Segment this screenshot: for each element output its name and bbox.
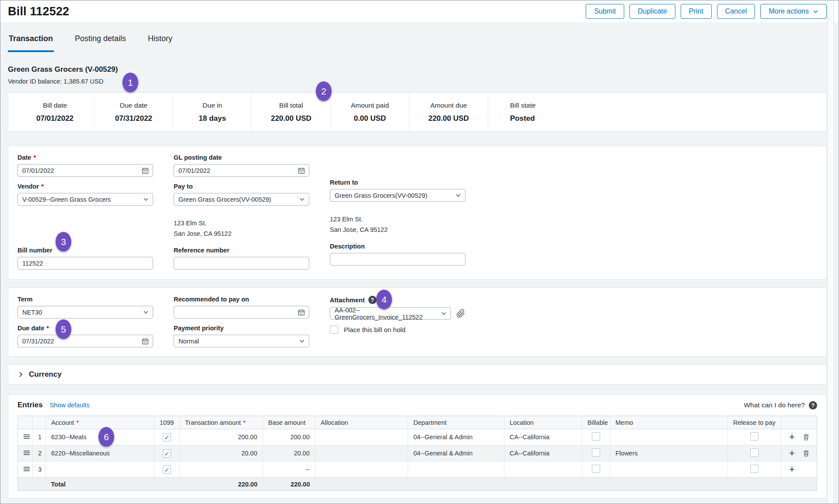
help-icon[interactable] bbox=[809, 401, 817, 410]
account-cell[interactable] bbox=[46, 462, 154, 478]
billable-checkbox[interactable] bbox=[592, 448, 600, 457]
drag-handle-icon[interactable] bbox=[18, 445, 33, 462]
payment-form: Term NET30 Due date 5 07/31/2022 bbox=[8, 287, 827, 357]
location-cell[interactable]: CA--California bbox=[504, 429, 582, 445]
trash-icon[interactable] bbox=[803, 450, 810, 457]
tab-posting-details[interactable]: Posting details bbox=[74, 34, 127, 52]
due-date-field: Due date 5 07/31/2022 bbox=[17, 325, 153, 347]
transaction-amount-cell[interactable] bbox=[180, 462, 263, 478]
due-date-input[interactable]: 07/31/2022 bbox=[17, 335, 153, 347]
entry-row-2: 2 6220--Miscellaneous 20.00 20.00 04--Ge… bbox=[18, 445, 817, 462]
allocation-cell[interactable] bbox=[315, 462, 408, 478]
submit-button[interactable]: Submit bbox=[586, 4, 624, 19]
memo-cell[interactable] bbox=[610, 462, 728, 478]
chevron-down-icon bbox=[143, 309, 149, 315]
bill-page: Bill 112522 Submit Duplicate Print Cance… bbox=[0, 0, 839, 504]
release-to-pay-checkbox[interactable] bbox=[750, 448, 759, 457]
department-cell[interactable]: 04--General & Admin bbox=[408, 445, 504, 462]
bill-number-input[interactable]: 112522 bbox=[17, 257, 153, 270]
callout-3: 3 bbox=[56, 232, 71, 252]
gl-posting-date-input[interactable]: 07/01/2022 bbox=[174, 164, 309, 177]
tab-history[interactable]: History bbox=[147, 34, 173, 52]
location-cell[interactable] bbox=[504, 462, 582, 478]
return-to-address: 123 Elm St. San Jose, CA 95122 bbox=[330, 214, 465, 235]
add-row-icon[interactable]: + bbox=[789, 465, 795, 474]
base-amount-cell: 200.00 bbox=[263, 429, 315, 445]
transaction-amount-cell[interactable]: 20.00 bbox=[180, 445, 263, 462]
entry-row-1: 1 6230--Meals 6 200.00 200.00 04--Genera… bbox=[18, 429, 817, 445]
department-cell[interactable] bbox=[408, 462, 504, 478]
more-actions-label: More actions bbox=[769, 7, 809, 15]
row-number: 3 bbox=[33, 462, 46, 478]
1099-checkbox[interactable] bbox=[163, 466, 171, 474]
add-row-icon[interactable]: + bbox=[789, 432, 795, 442]
total-label: Total bbox=[46, 478, 154, 491]
term-select[interactable]: NET30 bbox=[17, 306, 153, 318]
base-amount-cell: 20.00 bbox=[263, 445, 315, 462]
allocation-cell[interactable] bbox=[315, 445, 408, 462]
1099-checkbox[interactable] bbox=[163, 449, 171, 458]
pay-to-select[interactable]: Green Grass Grocers(VV-00529) bbox=[174, 193, 309, 206]
page-title: Bill 112522 bbox=[8, 5, 69, 18]
memo-cell[interactable] bbox=[610, 429, 728, 445]
table-header-row: Account 1099 Transaction amount Base amo… bbox=[18, 416, 817, 429]
scrollbar[interactable] bbox=[827, 0, 834, 504]
calendar-icon[interactable] bbox=[142, 167, 149, 174]
release-to-pay-checkbox[interactable] bbox=[750, 432, 759, 441]
calendar-icon[interactable] bbox=[298, 309, 305, 316]
more-actions-button[interactable]: More actions bbox=[760, 4, 827, 19]
callout-1: 1 bbox=[122, 73, 138, 92]
callout-5: 5 bbox=[56, 319, 71, 339]
1099-checkbox[interactable] bbox=[163, 433, 171, 441]
payment-priority-select[interactable]: Normal bbox=[174, 335, 309, 347]
help-icon[interactable] bbox=[368, 296, 377, 304]
chevron-down-icon bbox=[455, 192, 461, 198]
cancel-button[interactable]: Cancel bbox=[717, 4, 755, 19]
summary-amount-due: Amount due 220.00 USD bbox=[409, 93, 488, 131]
tab-transaction[interactable]: Transaction bbox=[8, 34, 54, 52]
description-field: Description bbox=[330, 243, 465, 266]
vendor-select[interactable]: V-00529--Green Grass Grocers bbox=[17, 193, 153, 206]
account-cell[interactable]: 6230--Meals 6 bbox=[46, 429, 154, 445]
print-button[interactable]: Print bbox=[681, 4, 712, 19]
chevron-down-icon bbox=[299, 338, 305, 344]
entries-section: Entries Show defaults What can I do here… bbox=[8, 394, 827, 498]
duplicate-button[interactable]: Duplicate bbox=[629, 4, 675, 19]
department-cell[interactable]: 04--General & Admin bbox=[408, 429, 504, 445]
callout-2: 2 bbox=[316, 81, 332, 101]
term-field: Term NET30 bbox=[17, 296, 153, 318]
drag-handle-icon[interactable] bbox=[18, 462, 33, 478]
attachment-select[interactable]: AA-002--GreenGrocers_Invoice_112522 bbox=[330, 307, 451, 320]
currency-section[interactable]: Currency bbox=[8, 364, 827, 385]
allocation-cell[interactable] bbox=[315, 429, 408, 445]
transaction-amount-cell[interactable]: 200.00 bbox=[180, 429, 263, 445]
paperclip-icon[interactable] bbox=[456, 309, 465, 318]
memo-cell[interactable]: Flowers bbox=[610, 445, 728, 462]
billable-checkbox[interactable] bbox=[592, 465, 600, 473]
callout-6: 6 bbox=[98, 427, 114, 447]
recommended-pay-field: Recommended to pay on bbox=[174, 296, 309, 318]
show-defaults-link[interactable]: Show defaults bbox=[50, 402, 90, 409]
release-to-pay-checkbox[interactable] bbox=[750, 465, 759, 473]
account-cell[interactable]: 6220--Miscellaneous bbox=[46, 445, 154, 462]
drag-handle-icon[interactable] bbox=[18, 429, 33, 445]
add-row-icon[interactable]: + bbox=[789, 448, 795, 458]
recommended-pay-input[interactable] bbox=[174, 306, 309, 318]
calendar-icon[interactable] bbox=[298, 167, 305, 174]
date-input[interactable]: 07/01/2022 bbox=[17, 164, 153, 177]
bill-header-form: Date 07/01/2022 Vendor V-00529--Green Gr… bbox=[8, 146, 827, 280]
hold-checkbox[interactable] bbox=[330, 326, 338, 334]
description-input[interactable] bbox=[330, 253, 465, 266]
chevron-right-icon bbox=[17, 371, 24, 378]
bill-number-field: Bill number 3 112522 bbox=[17, 247, 153, 270]
chevron-down-icon bbox=[813, 9, 818, 14]
attachment-field: Attachment 4 AA-002--GreenGrocers_Invoic… bbox=[330, 296, 465, 334]
location-cell[interactable]: CA--California bbox=[504, 445, 582, 462]
billable-checkbox[interactable] bbox=[592, 432, 600, 441]
trash-icon[interactable] bbox=[803, 434, 810, 441]
bill-state-value: Posted bbox=[510, 114, 535, 123]
calendar-icon[interactable] bbox=[142, 338, 149, 345]
return-to-select[interactable]: Green Grass Grocers(VV-00529) bbox=[330, 189, 465, 202]
reference-number-input[interactable] bbox=[174, 257, 309, 270]
pay-to-field: Pay to Green Grass Grocers(VV-00529) bbox=[174, 183, 309, 206]
